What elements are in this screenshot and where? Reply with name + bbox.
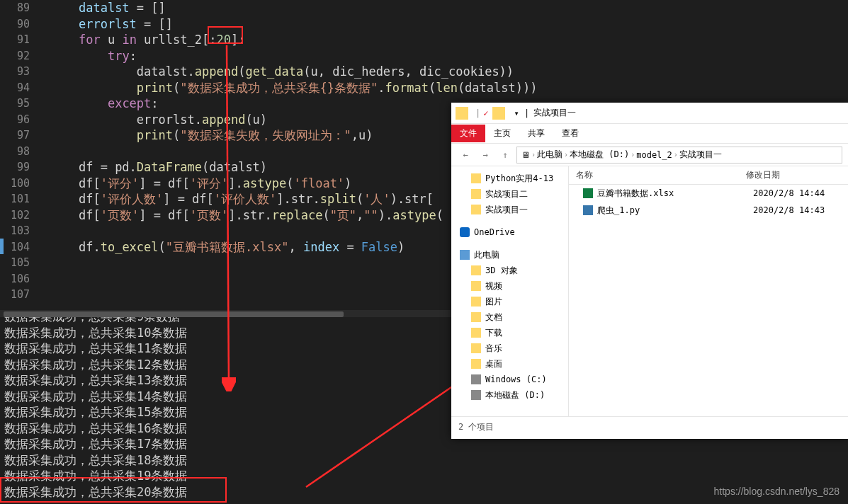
xlsx-icon — [583, 188, 593, 198]
file-row[interactable]: 爬虫_1.py2020/2/8 14:43 — [569, 202, 848, 219]
tree-item[interactable]: 实战项目二 — [451, 186, 568, 202]
file-explorer-window[interactable]: | ✓ ▾ | 实战项目一 文件 主页 共享 查看 ← → ↑ 🖥›此电脑›本地… — [451, 103, 848, 439]
tree-item[interactable]: 实战项目一 — [451, 202, 568, 217]
file-row[interactable]: 豆瓣书籍数据.xlsx2020/2/8 14:44 — [569, 185, 848, 202]
tab-share[interactable]: 共享 — [519, 125, 553, 142]
col-name[interactable]: 名称 — [569, 169, 746, 181]
tab-home[interactable]: 主页 — [485, 125, 519, 142]
tree-item[interactable]: 此电脑 — [451, 247, 568, 263]
tab-view[interactable]: 查看 — [553, 125, 587, 142]
explorer-titlebar[interactable]: | ✓ ▾ | 实战项目一 — [451, 103, 848, 124]
tree-item[interactable]: 文档 — [451, 309, 568, 325]
back-button[interactable]: ← — [457, 147, 474, 164]
address-bar[interactable]: ← → ↑ 🖥›此电脑›本地磁盘 (D:)›model_2›实战项目一 — [451, 144, 848, 166]
nav-tree[interactable]: Python实用4-13实战项目二实战项目一OneDrive此电脑3D 对象视频… — [451, 166, 569, 416]
modified-line-marker — [0, 239, 4, 254]
line-gutter: 8990919293949596979899100101102103104105… — [0, 0, 43, 303]
up-button[interactable]: ↑ — [497, 147, 514, 164]
col-date[interactable]: 修改日期 — [746, 169, 848, 181]
tree-item[interactable]: 视频 — [451, 278, 568, 294]
tree-item[interactable]: 图片 — [451, 294, 568, 309]
status-bar: 2 个项目 — [451, 416, 848, 437]
crumb-segment[interactable]: model_2 — [636, 150, 672, 160]
py-icon — [583, 205, 593, 215]
crumb-segment[interactable]: 实战项目一 — [679, 149, 722, 161]
tree-item[interactable]: OneDrive — [451, 224, 568, 240]
folder-icon — [492, 107, 505, 120]
window-title: 实战项目一 — [533, 107, 576, 119]
breadcrumb[interactable]: 🖥›此电脑›本地磁盘 (D:)›model_2›实战项目一 — [516, 147, 842, 164]
forward-button[interactable]: → — [477, 147, 494, 164]
ribbon-tabs[interactable]: 文件 主页 共享 查看 — [451, 124, 848, 144]
tree-item[interactable]: 音乐 — [451, 340, 568, 356]
tree-item[interactable]: Python实用4-13 — [451, 171, 568, 186]
tree-item[interactable]: 3D 对象 — [451, 263, 568, 278]
tree-item[interactable]: 下载 — [451, 325, 568, 340]
tree-item[interactable]: 本地磁盘 (D:) — [451, 387, 568, 403]
tree-item[interactable]: 桌面 — [451, 356, 568, 372]
crumb-segment[interactable]: 本地磁盘 (D:) — [570, 149, 629, 161]
tree-item[interactable]: Windows (C:) — [451, 372, 568, 387]
list-header[interactable]: 名称 修改日期 — [569, 166, 848, 185]
folder-icon — [456, 107, 468, 120]
file-list[interactable]: 名称 修改日期 豆瓣书籍数据.xlsx2020/2/8 14:44爬虫_1.py… — [569, 166, 848, 416]
crumb-segment[interactable]: 此电脑 — [537, 149, 562, 161]
watermark: https://blog.csdn.net/lys_828 — [714, 486, 839, 497]
tab-file[interactable]: 文件 — [451, 125, 485, 142]
scrollbar-thumb[interactable] — [4, 311, 344, 317]
